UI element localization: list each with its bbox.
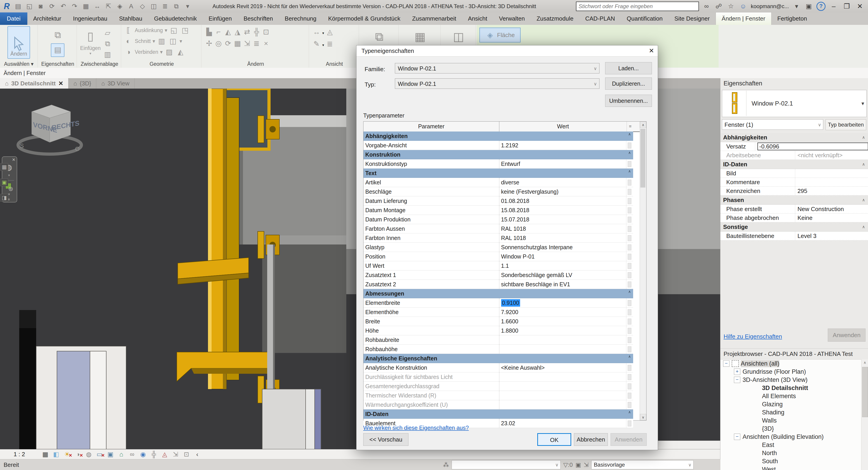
ribbon-tab[interactable]: Einfügen: [203, 12, 238, 25]
associate-param-button[interactable]: [626, 187, 633, 196]
restore-button[interactable]: ❐: [842, 2, 852, 10]
join-geometry-icon[interactable]: ◑: [123, 47, 133, 57]
project-browser-item[interactable]: Glazing: [720, 400, 862, 408]
redo-icon[interactable]: [70, 2, 80, 11]
analysis-icon[interactable]: [160, 450, 169, 459]
associate-param-button[interactable]: [626, 326, 633, 335]
associate-param-button[interactable]: [626, 335, 633, 344]
type-param-row[interactable]: Farbton Innen RAL 1018: [364, 233, 633, 243]
ribbon-tab[interactable]: Beschriften: [238, 12, 279, 25]
type-selector-dropdown-icon[interactable]: ▾: [862, 90, 864, 117]
property-row[interactable]: Phasen: [720, 195, 868, 205]
type-param-row[interactable]: Thermischer Widerstand (R): [364, 391, 633, 400]
ribbon-tab[interactable]: Ansicht: [462, 12, 493, 25]
scrollbar-thumb[interactable]: [862, 367, 868, 417]
ok-button[interactable]: OK: [537, 433, 571, 446]
cancel-button[interactable]: Abbrechen: [574, 433, 608, 446]
mirror-pick-icon[interactable]: ◭: [223, 27, 233, 37]
apply-button[interactable]: Anwenden: [611, 433, 647, 446]
column-parameter[interactable]: Parameter: [364, 122, 499, 131]
associate-param-button[interactable]: [626, 280, 633, 289]
tree-expander-icon[interactable]: [734, 369, 740, 375]
minimize-button[interactable]: –: [829, 2, 839, 10]
rotate-icon[interactable]: ⟳: [223, 39, 233, 48]
cut-clipboard-icon[interactable]: ▱: [103, 28, 112, 37]
type-param-row[interactable]: Artikel diverse: [364, 178, 633, 187]
ribbon-tab[interactable]: Verwalten: [493, 12, 531, 25]
view-scale[interactable]: 1 : 2: [13, 451, 25, 458]
view-tab[interactable]: ⌂ 3D Detailschnitt ✕: [0, 78, 68, 89]
property-row[interactable]: Abhängigkeiten: [720, 133, 868, 142]
measure-icon[interactable]: [92, 2, 102, 11]
associate-param-button[interactable]: [626, 196, 633, 206]
tree-expander-icon[interactable]: [723, 361, 730, 367]
viewcube[interactable]: S O VORNE RECHTS: [16, 100, 84, 159]
signed-in-user[interactable]: koopmann@c...: [751, 3, 789, 9]
associate-param-button[interactable]: [626, 233, 633, 243]
type-param-row[interactable]: Analytische Konstruktion <Keine Auswahl>: [364, 363, 633, 372]
zoom-magnifier-icon[interactable]: ◎: [8, 186, 13, 192]
side-tool-layers-icon[interactable]: ◨: [0, 194, 8, 201]
type-param-row[interactable]: Konstruktion: [364, 150, 633, 159]
sync-icon[interactable]: [47, 2, 57, 11]
ribbon-tab[interactable]: Gebäudetechnik: [148, 12, 203, 25]
join-label[interactable]: Verbinden: [135, 49, 158, 55]
type-param-row[interactable]: Datum Montage 15.08.2018: [364, 206, 633, 215]
type-param-row[interactable]: Analytische Eigenschaften: [364, 354, 633, 363]
associate-param-button[interactable]: [626, 252, 633, 261]
type-param-row[interactable]: Vorgabe-Ansicht 1.2192: [364, 141, 633, 150]
type-param-row[interactable]: Beschläge keine (Festverglasung): [364, 187, 633, 196]
scrollbar-thumb[interactable]: [640, 129, 645, 188]
associate-param-button[interactable]: [626, 271, 633, 280]
pick-new-host-icon[interactable]: ◫: [450, 28, 468, 45]
ribbon-tab[interactable]: Ingenieurbau: [67, 12, 113, 25]
array-icon[interactable]: ▦: [233, 39, 242, 48]
shaded-icon[interactable]: [52, 450, 61, 459]
type-param-row[interactable]: Glastyp Sonnenschutzglas Interpane: [364, 243, 633, 252]
align-icon[interactable]: ▙: [204, 27, 214, 37]
associate-param-button[interactable]: [626, 159, 633, 168]
paste-icon[interactable]: ▯: [83, 27, 98, 45]
ribbon-tab[interactable]: Zusatzmodule: [531, 12, 579, 25]
type-param-row[interactable]: Höhe 1.8800: [364, 326, 633, 335]
type-param-row[interactable]: Gesamtenergiedurchlassgrad: [364, 382, 633, 391]
column-value[interactable]: Wert: [499, 122, 627, 131]
match-properties-icon[interactable]: ▥: [103, 50, 112, 59]
associate-param-button[interactable]: [626, 224, 633, 233]
ribbon-tab[interactable]: Berechnung: [279, 12, 322, 25]
property-row[interactable]: Bild: [720, 169, 868, 178]
type-param-row[interactable]: Datum Produktion 15.07.2018: [364, 215, 633, 224]
wheel-options-icon[interactable]: ▾: [8, 173, 10, 177]
design-option-pick-icon[interactable]: ⇲: [584, 462, 589, 468]
worksets-icon[interactable]: ⁂: [443, 462, 449, 468]
type-param-row[interactable]: Breite 1.6600: [364, 317, 633, 326]
paint-icon[interactable]: ◭: [176, 47, 185, 57]
communication-center-icon[interactable]: [714, 2, 723, 10]
revealhidden-icon[interactable]: [117, 450, 126, 459]
dark-wall-left[interactable]: [19, 310, 36, 449]
split-icon[interactable]: ⇄: [242, 27, 252, 37]
property-row[interactable]: ID-Daten: [720, 160, 868, 169]
ribbon-tab[interactable]: Quantification: [621, 12, 669, 25]
associate-param-button[interactable]: [626, 363, 633, 372]
render-icon[interactable]: [84, 450, 93, 459]
dialog-help-link[interactable]: Wie wirken sich diese Eigenschaften aus?: [363, 425, 469, 431]
selection-filter-select[interactable]: Fenster (1): [722, 119, 823, 130]
ruler-icon[interactable]: ↔: [312, 27, 321, 37]
mirror-axis-icon[interactable]: ◮: [233, 27, 242, 37]
edit-family-icon[interactable]: ⧉: [370, 28, 388, 45]
associate-param-button[interactable]: [626, 298, 633, 307]
scroll-down-icon[interactable]: ∨: [640, 414, 646, 420]
ribbon-tab[interactable]: Site Designer: [669, 12, 715, 25]
dimlock-icon[interactable]: [182, 450, 191, 459]
type-param-row[interactable]: Uf Wert 1.1: [364, 261, 633, 271]
properties-palette-icon[interactable]: ▤: [51, 43, 64, 57]
type-param-row[interactable]: Rohbaubreite: [364, 335, 633, 345]
qatmore-icon[interactable]: [183, 2, 193, 11]
wall-opening-icon[interactable]: ◳: [180, 26, 190, 35]
type-param-row[interactable]: Text: [364, 168, 633, 178]
move-icon[interactable]: ✢: [204, 39, 214, 48]
associate-param-button[interactable]: [626, 345, 633, 354]
user-dropdown-icon[interactable]: ▾: [792, 2, 801, 10]
ribbon-tab[interactable]: Stahlbau: [113, 12, 148, 25]
